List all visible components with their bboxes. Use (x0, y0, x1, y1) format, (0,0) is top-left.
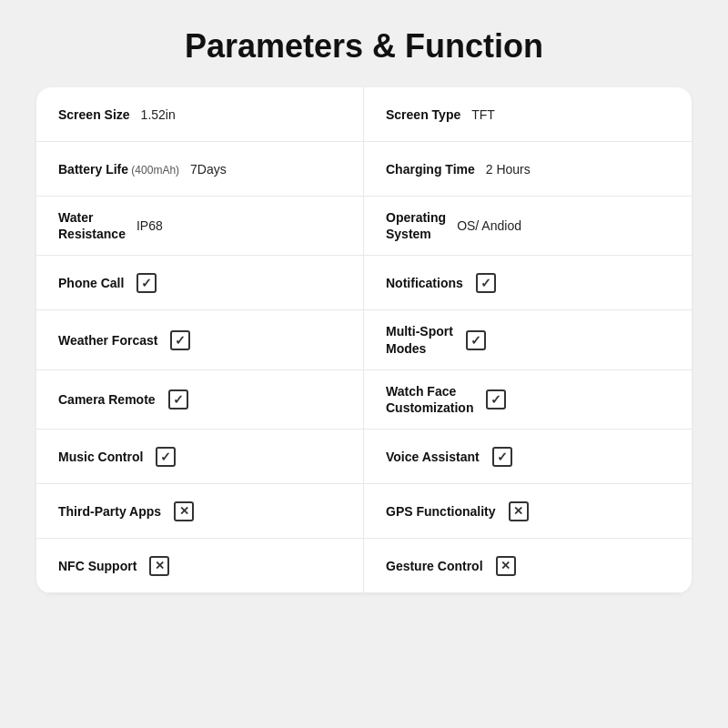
checkbox-5-right (486, 389, 506, 410)
checkbox-7-left (174, 501, 194, 521)
checkbox-3-right (476, 273, 496, 293)
cell-5-right: Watch FaceCustomization (364, 370, 692, 430)
checkbox-8-right (496, 556, 516, 576)
cell-2-right: OperatingSystemOS/ Andiod (364, 197, 692, 256)
cell-1-right: Charging Time2 Hours (364, 142, 692, 197)
cell-6-right: Voice Assistant (364, 430, 692, 484)
checkbox-4-left (170, 330, 190, 350)
cell-1-left: Battery Life (400mAh)7Days (36, 142, 364, 197)
parameters-card: Screen Size1.52inScreen TypeTFTBattery L… (36, 87, 692, 593)
checkbox-6-right (492, 447, 512, 467)
checkbox-3-left (136, 273, 157, 293)
page-title: Parameters & Function (185, 27, 543, 66)
cell-7-right: GPS Functionality (364, 484, 692, 539)
cell-4-left: Weather Forcast (36, 310, 364, 369)
cell-8-left: NFC Support (36, 539, 364, 593)
cell-3-left: Phone Call (36, 256, 364, 310)
checkbox-5-left (168, 389, 188, 410)
cell-0-right: Screen TypeTFT (364, 87, 692, 142)
parameters-table: Screen Size1.52inScreen TypeTFTBattery L… (36, 87, 692, 593)
cell-8-right: Gesture Control (364, 539, 692, 593)
cell-7-left: Third-Party Apps (36, 484, 364, 539)
checkbox-4-right (466, 330, 486, 350)
checkbox-8-left (149, 556, 169, 576)
cell-5-left: Camera Remote (36, 370, 364, 430)
cell-0-left: Screen Size1.52in (36, 87, 364, 142)
cell-6-left: Music Control (36, 430, 364, 484)
cell-2-left: WaterResistanceIP68 (36, 197, 364, 256)
cell-4-right: Multi-SportModes (364, 310, 692, 369)
cell-3-right: Notifications (364, 256, 692, 310)
checkbox-7-right (509, 501, 529, 521)
checkbox-6-left (156, 447, 176, 467)
